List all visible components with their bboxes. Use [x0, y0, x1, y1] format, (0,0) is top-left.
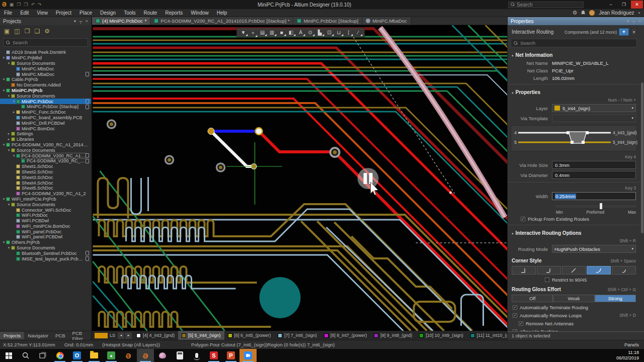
width-slider[interactable] [556, 203, 636, 210]
panel-tab-navigator[interactable]: Navigator [24, 332, 52, 339]
settings-gear-icon[interactable]: ⚙ [573, 10, 578, 16]
tree-item[interactable]: ▸Libraries [0, 137, 91, 142]
save-project-icon[interactable]: ▣ [4, 28, 10, 35]
scope-label[interactable]: Components (and 12 more) [565, 30, 617, 35]
panel-dropdown-icon[interactable]: ▾ [627, 19, 629, 24]
corner-90-button[interactable] [512, 266, 536, 275]
via-diameter-input[interactable]: 0.4mm [552, 171, 636, 179]
pcb-editor-canvas[interactable]: ▼◢＋◢▤◢▥◢■◢◧◢A◢⊙◢▙◢⊡◢⊔◢∣◢∕◢ [92, 25, 507, 331]
taskbar-task-view-icon[interactable] [34, 349, 51, 362]
expand-icon[interactable]: ▸ [12, 110, 16, 114]
add-folder-icon[interactable]: ❏ [34, 28, 40, 35]
expand-icon[interactable]: ▸ [7, 132, 11, 136]
tree-item[interactable]: PC4-SODIMM_V200_RC_A1 [0, 158, 91, 164]
layer-tab[interactable]: [9] 9_int8_(gnd) [370, 331, 416, 340]
routing-mode-dropdown[interactable]: HugNPush Obstacles ▾ [552, 245, 636, 253]
add-icon[interactable]: ＋◢ [248, 29, 258, 36]
tree-item[interactable]: IMSE_test_layout_puck.PcbDoc [0, 256, 91, 261]
text-icon[interactable]: A◢ [296, 30, 305, 35]
panel-dropdown-icon[interactable]: ▾ [74, 19, 76, 24]
properties-search-input[interactable]: Search [511, 39, 637, 47]
checkbox-checked-icon[interactable]: ✓ [513, 305, 517, 310]
tree-item[interactable]: WiFi_panel.PcbDoc [0, 229, 91, 234]
section-net-information[interactable]: ▴ Net Information [508, 49, 640, 59]
taskbar-chrome-icon[interactable] [51, 349, 68, 362]
gloss-strong-button[interactable]: Strong [595, 295, 636, 302]
user-avatar[interactable] [589, 10, 595, 16]
tree-item[interactable]: MiniPC_board_assembly.PCB [0, 115, 91, 121]
expand-icon[interactable]: ▾ [7, 148, 11, 152]
expand-icon[interactable]: ▾ [2, 240, 6, 244]
tree-item[interactable]: WiFi_miniPCIe.BomDoc [0, 224, 91, 229]
project-options-gear-icon[interactable]: ⚙ [44, 28, 50, 35]
region-icon[interactable]: ⊡◢ [325, 30, 334, 35]
tree-item[interactable]: No Documents Added [0, 82, 91, 88]
pour-icon[interactable]: ▙◢ [315, 30, 325, 35]
tree-item[interactable]: Sheet2.SchDoc [0, 169, 91, 175]
section-properties[interactable]: ▴ Properties [508, 86, 640, 97]
panel-close-icon[interactable]: × [86, 19, 88, 24]
taskbar-zoom-icon[interactable] [239, 349, 257, 362]
tree-item[interactable]: ▾Source Documents [0, 202, 91, 207]
notifications-bell-icon[interactable] [581, 11, 585, 15]
document-tab[interactable]: MiniPC.MbaDoc [362, 17, 411, 25]
tree-item[interactable]: Bluetooth_Sentinel.PcbDoc [0, 250, 91, 256]
panels-button[interactable]: Panels [619, 342, 644, 347]
taskbar-file-explorer-icon[interactable] [86, 349, 103, 362]
document-tab[interactable]: PC4-SODIMM_V200_RC_A1_20141015.PcbDoc [S… [150, 17, 293, 25]
taskbar-search-icon[interactable] [17, 349, 34, 362]
close-button[interactable]: ✕ [631, 1, 643, 9]
menu-help[interactable]: Help [213, 10, 231, 16]
layer-tab[interactable]: [8] 8_int7_(power) [320, 331, 371, 340]
global-search-input[interactable]: Search [508, 2, 584, 8]
tree-item[interactable]: ▾MiniPC.PrjPcb [0, 88, 91, 94]
filter-dropdown-caret-icon[interactable]: ▾ [631, 28, 637, 36]
tree-item[interactable]: ▾MiniPC.PrjMbd [0, 55, 91, 61]
corner-arc-button[interactable] [587, 266, 611, 275]
tree-item[interactable]: PC4-SODIMM_V200_RC_A1_2 [0, 191, 91, 197]
taskbar-mindmanager-icon[interactable] [154, 349, 171, 362]
tree-item[interactable]: ▾Source Documents [0, 147, 91, 153]
minimize-button[interactable]: – [605, 1, 617, 9]
menu-reports[interactable]: Reports [161, 10, 187, 16]
checkbox-checked-icon[interactable]: ✓ [513, 329, 517, 332]
open-icon[interactable]: ❒ [24, 2, 28, 7]
gloss-off-button[interactable]: Off [512, 295, 553, 302]
panel-pin-icon[interactable]: ┬ [79, 19, 82, 24]
slider-handle[interactable] [600, 203, 602, 209]
taskbar-altium-icon[interactable]: Ə [120, 349, 137, 362]
expand-icon[interactable]: ▾ [7, 94, 11, 98]
panel-tab-pcb[interactable]: PCB [52, 332, 69, 339]
expand-icon[interactable]: ▾ [2, 77, 6, 81]
menu-file[interactable]: File [0, 10, 16, 16]
tree-item[interactable]: Sheet3.SchDoc [0, 174, 91, 180]
expand-icon[interactable]: ▾ [7, 61, 11, 65]
save-all-icon[interactable]: ❐ [17, 2, 21, 7]
taskbar-altium-active-icon[interactable]: Ə [137, 349, 154, 362]
option-checkbox-row[interactable]: ✓Automatically Terminate Routing [508, 303, 640, 311]
tree-item[interactable]: ▾Others.PrjPcb [0, 240, 91, 245]
width-input[interactable]: 0.254mm [552, 192, 636, 200]
tree-item[interactable]: ▸Settings [0, 131, 91, 137]
section-interactive-routing-options[interactable]: ▴ Interactive Routing Options [508, 227, 640, 237]
pause-overlay-button[interactable] [358, 168, 379, 189]
user-menu-caret-icon[interactable]: ▾ [638, 11, 640, 15]
taskbar-powerpoint-icon[interactable]: P [222, 349, 239, 362]
expand-icon[interactable]: ▾ [7, 203, 11, 207]
corner-arc-small-button[interactable] [612, 266, 636, 275]
filter-icon[interactable]: ▼◢ [238, 30, 248, 35]
open-folder-icon[interactable]: ❐ [25, 28, 30, 35]
layer-set-chip[interactable]: LS [92, 333, 118, 338]
via-template-dropdown[interactable]: ▾ [552, 114, 636, 122]
compile-icon[interactable]: ◫ [14, 28, 20, 35]
line-icon[interactable]: ∣◢ [344, 30, 353, 35]
layer-tab[interactable]: [4] 4_int3_(gnd) [133, 331, 178, 340]
expand-icon[interactable]: ▸ [7, 137, 11, 141]
layers-scroll-left-button[interactable]: ◂ [118, 332, 124, 339]
list-icon[interactable]: ▤◢ [258, 30, 267, 35]
panel-tab-projects[interactable]: Projects [0, 332, 24, 339]
expand-icon[interactable]: ▾ [2, 88, 6, 93]
menu-design[interactable]: Design [96, 10, 120, 16]
tree-item[interactable]: MiniPC_Drill.PCBDwl [0, 120, 91, 126]
tree-item[interactable]: Connector_WiFi.SchDoc [0, 207, 91, 213]
